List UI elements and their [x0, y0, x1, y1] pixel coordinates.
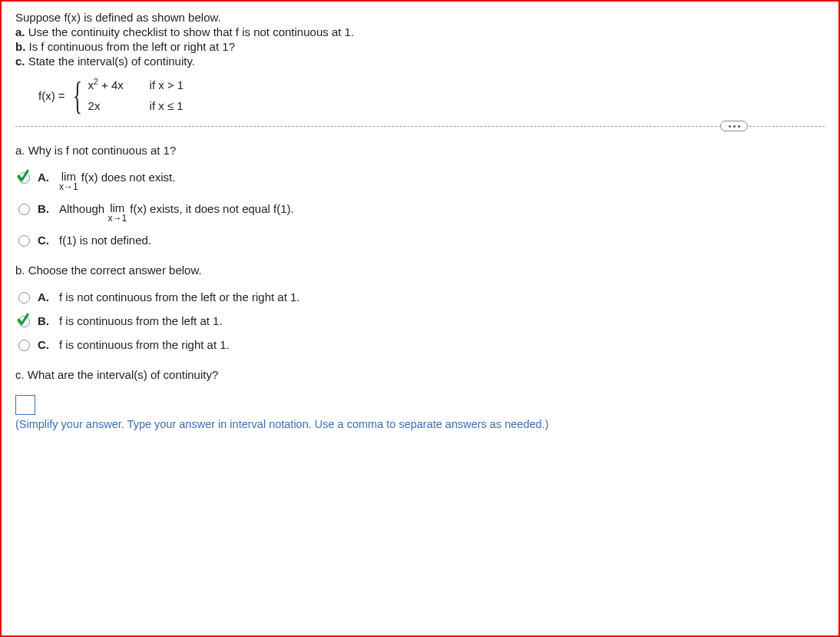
opt-letter: C. — [38, 338, 51, 351]
dot-icon — [733, 125, 736, 128]
part-c-hint: (Simplify your answer. Type your answer … — [15, 418, 825, 430]
opt-letter: A. — [38, 290, 51, 304]
lim-stack: lim x→1 — [107, 202, 127, 223]
opt-letter: B. — [38, 202, 51, 215]
func-label: f(x) = — [38, 89, 65, 102]
piecewise-cases: x2 + 4x if x > 1 2x if x ≤ 1 — [88, 78, 184, 112]
brace-icon: { — [73, 78, 82, 112]
case-1-expr: x2 + 4x — [88, 78, 142, 91]
bold-b: b. — [15, 40, 25, 53]
intro-line-b: b. Is f continuous from the left or righ… — [15, 40, 825, 53]
part-b-option-b[interactable]: B. f is continuous from the left at 1. — [18, 314, 825, 327]
part-b-option-c[interactable]: C. f is continuous from the right at 1. — [18, 338, 825, 351]
opt-text: lim x→1 f(x) does not exist. — [59, 171, 175, 191]
opt-letter: C. — [38, 234, 51, 247]
part-c-text: What are the interval(s) of continuity? — [25, 368, 219, 381]
part-a-option-b[interactable]: B. Although lim x→1 f(x) exists, it does… — [18, 202, 825, 223]
radio-a-a[interactable] — [18, 172, 30, 184]
part-b-bold: b. — [15, 264, 25, 277]
part-a-options: A. lim x→1 f(x) does not exist. B. Altho… — [18, 171, 825, 247]
question-panel: Suppose f(x) is defined as shown below. … — [0, 0, 840, 637]
opt-text: f is not continuous from the left or the… — [59, 290, 300, 304]
opt-text: f is continuous from the left at 1. — [59, 314, 223, 327]
part-b-options: A. f is not continuous from the left or … — [18, 290, 825, 351]
opt-letter: A. — [38, 171, 51, 184]
part-a-prompt: a. Why is f not continuous at 1? — [15, 144, 825, 157]
part-b-prompt: b. Choose the correct answer below. — [15, 264, 825, 277]
intro-line-0: Suppose f(x) is defined as shown below. — [15, 11, 825, 24]
opt-text: Although lim x→1 f(x) exists, it does no… — [59, 202, 294, 223]
case-2-expr: 2x — [88, 99, 142, 112]
part-a-bold: a. — [15, 144, 25, 157]
radio-b-a[interactable] — [18, 292, 30, 304]
part-b-option-a[interactable]: A. f is not continuous from the left or … — [18, 290, 825, 304]
intro-line-c: c. State the interval(s) of continuity. — [15, 55, 825, 68]
divider — [15, 126, 825, 127]
dot-icon — [738, 125, 740, 128]
radio-a-b[interactable] — [18, 204, 30, 215]
part-c-prompt: c. What are the interval(s) of continuit… — [15, 368, 825, 381]
case-1: x2 + 4x if x > 1 — [88, 78, 184, 91]
function-definition: f(x) = { x2 + 4x if x > 1 2x if x ≤ 1 — [38, 78, 825, 112]
intro-block: Suppose f(x) is defined as shown below. … — [15, 11, 825, 68]
interval-input[interactable] — [15, 395, 35, 415]
divider-row — [15, 126, 825, 127]
more-options-button[interactable] — [720, 121, 748, 131]
intro-a-text: Use the continuity checklist to show tha… — [25, 25, 355, 38]
part-a-option-c[interactable]: C. f(1) is not defined. — [18, 234, 825, 247]
part-c-bold: c. — [15, 368, 25, 381]
radio-b-c[interactable] — [18, 340, 30, 351]
opt-text: f(1) is not defined. — [59, 234, 151, 247]
intro-line-a: a. Use the continuity checklist to show … — [15, 25, 825, 38]
radio-a-c[interactable] — [18, 235, 30, 247]
case-1-cond: if x > 1 — [150, 78, 184, 91]
radio-b-b[interactable] — [18, 316, 30, 327]
case-2-cond: if x ≤ 1 — [150, 99, 184, 112]
opt-letter: B. — [38, 314, 51, 327]
dot-icon — [729, 125, 731, 128]
part-a-text: Why is f not continuous at 1? — [25, 144, 177, 157]
bold-a: a. — [15, 25, 25, 38]
case-2: 2x if x ≤ 1 — [88, 99, 184, 112]
lim-stack: lim x→1 — [59, 171, 78, 191]
intro-c-text: State the interval(s) of continuity. — [25, 55, 196, 68]
intro-b-text: Is f continuous from the left or right a… — [25, 40, 235, 53]
opt-text: f is continuous from the right at 1. — [59, 338, 230, 351]
part-a-option-a[interactable]: A. lim x→1 f(x) does not exist. — [18, 171, 825, 191]
bold-c: c. — [15, 55, 25, 68]
part-b-text: Choose the correct answer below. — [25, 264, 202, 277]
